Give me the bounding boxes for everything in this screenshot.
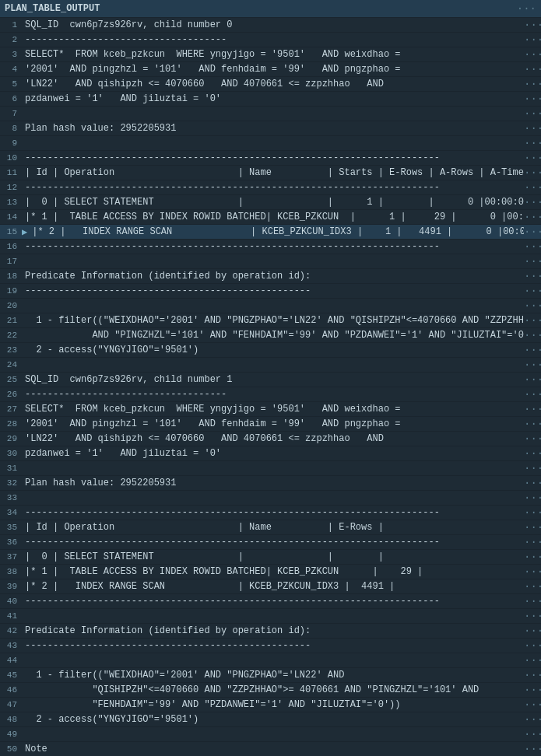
- table-row[interactable]: 46 "QISHIPZH"<=4070660 AND "ZZPZHHAO">= …: [0, 683, 541, 698]
- row-menu-dots[interactable]: ···: [524, 432, 541, 445]
- row-menu-dots[interactable]: ···: [524, 122, 541, 135]
- row-menu-dots[interactable]: ···: [524, 625, 541, 637]
- table-row[interactable]: 26------------------------------------··…: [0, 387, 541, 402]
- row-menu-dots[interactable]: ···: [524, 713, 541, 726]
- row-menu-dots[interactable]: ···: [524, 359, 541, 371]
- row-menu-dots[interactable]: ···: [524, 610, 541, 622]
- table-row[interactable]: 8Plan hash value: 2952205931···: [0, 121, 541, 136]
- table-row[interactable]: 27SELECT* FROM kceb_pzkcun WHERE yngyjig…: [0, 402, 541, 417]
- row-menu-dots[interactable]: ···: [524, 226, 541, 238]
- table-row[interactable]: 36--------------------------------------…: [0, 535, 541, 550]
- table-row[interactable]: 28'2001' AND pingzhzl = '101' AND fenhda…: [0, 417, 541, 432]
- table-row[interactable]: 40--------------------------------------…: [0, 594, 541, 609]
- row-menu-dots[interactable]: ···: [524, 521, 541, 534]
- table-row[interactable]: 20···: [0, 299, 541, 313]
- table-row[interactable]: 13| 0 | SELECT STATEMENT | | 1 | | 0 |00…: [0, 195, 541, 210]
- row-menu-dots[interactable]: ···: [524, 33, 541, 46]
- table-row[interactable]: 30pzdanwei = '1' AND jiluztai = '0'···: [0, 446, 541, 461]
- table-row[interactable]: 1SQL_ID cwn6p7zs926rv, child number 0···: [0, 18, 541, 33]
- row-menu-dots[interactable]: ···: [524, 329, 541, 341]
- table-row[interactable]: 15▶ |* 2 | INDEX RANGE SCAN | KCEB_PZKCU…: [0, 225, 541, 240]
- row-menu-dots[interactable]: ···: [524, 654, 541, 667]
- row-menu-dots[interactable]: ···: [524, 506, 541, 519]
- row-menu-dots[interactable]: ···: [524, 344, 541, 356]
- row-menu-dots[interactable]: ···: [524, 477, 541, 489]
- row-menu-dots[interactable]: ···: [524, 181, 541, 194]
- table-row[interactable]: 33···: [0, 491, 541, 506]
- table-row[interactable]: 38|* 1 | TABLE ACCESS BY INDEX ROWID BAT…: [0, 565, 541, 579]
- row-menu-dots[interactable]: ···: [524, 373, 541, 386]
- table-row[interactable]: 7···: [0, 107, 541, 121]
- row-menu-dots[interactable]: ···: [524, 93, 541, 105]
- row-menu-dots[interactable]: ···: [524, 743, 541, 755]
- table-row[interactable]: 25SQL_ID cwn6p7zs926rv, child number 1··…: [0, 373, 541, 387]
- table-row[interactable]: 5'LN22' AND qishipzh <= 4070660 AND 4070…: [0, 77, 541, 92]
- row-menu-dots[interactable]: ···: [524, 728, 541, 740]
- row-menu-dots[interactable]: ···: [524, 270, 541, 282]
- row-menu-dots[interactable]: ···: [524, 19, 541, 31]
- row-menu-dots[interactable]: ···: [524, 403, 541, 415]
- table-row[interactable]: 43--------------------------------------…: [0, 639, 541, 653]
- table-row[interactable]: 29'LN22' AND qishipzh <= 4070660 AND 407…: [0, 432, 541, 446]
- table-row[interactable]: 17···: [0, 254, 541, 269]
- table-row[interactable]: 45 1 - filter(("WEIXDHAO"='2001' AND "PN…: [0, 668, 541, 683]
- table-row[interactable]: 16--------------------------------------…: [0, 240, 541, 254]
- row-menu-dots[interactable]: ···: [524, 240, 541, 253]
- table-row[interactable]: 21 1 - filter(("WEIXDHAO"='2001' AND "PN…: [0, 313, 541, 328]
- row-menu-dots[interactable]: ···: [524, 492, 541, 504]
- row-menu-dots[interactable]: ···: [524, 698, 541, 711]
- row-menu-dots[interactable]: ···: [524, 565, 541, 578]
- row-menu-dots[interactable]: ···: [524, 314, 541, 327]
- row-menu-dots[interactable]: ···: [524, 639, 541, 652]
- row-menu-dots[interactable]: ···: [524, 299, 541, 312]
- table-row[interactable]: 24···: [0, 358, 541, 373]
- table-row[interactable]: 35| Id | Operation | Name | E-Rows |···: [0, 520, 541, 535]
- row-menu-dots[interactable]: ···: [524, 669, 541, 681]
- table-row[interactable]: 42Predicate Information (identified by o…: [0, 624, 541, 639]
- table-row[interactable]: 41···: [0, 609, 541, 624]
- table-row[interactable]: 3SELECT* FROM kceb_pzkcun WHERE yngyjigo…: [0, 47, 541, 62]
- row-menu-dots[interactable]: ···: [524, 166, 541, 179]
- table-row[interactable]: 19--------------------------------------…: [0, 284, 541, 299]
- row-menu-dots[interactable]: ···: [524, 107, 541, 120]
- row-menu-dots[interactable]: ···: [524, 388, 541, 401]
- table-row[interactable]: 37| 0 | SELECT STATEMENT | | |···: [0, 550, 541, 565]
- row-menu-dots[interactable]: ···: [524, 551, 541, 563]
- table-row[interactable]: 47 "FENHDAIM"='99' AND "PZDANWEI"='1' AN…: [0, 698, 541, 712]
- table-row[interactable]: 6pzdanwei = '1' AND jiluztai = '0'···: [0, 92, 541, 107]
- row-menu-dots[interactable]: ···: [524, 255, 541, 268]
- table-row[interactable]: 14|* 1 | TABLE ACCESS BY INDEX ROWID BAT…: [0, 210, 541, 225]
- row-menu-dots[interactable]: ···: [524, 211, 541, 223]
- table-row[interactable]: 32Plan hash value: 2952205931···: [0, 476, 541, 491]
- table-row[interactable]: 31···: [0, 461, 541, 476]
- table-row[interactable]: 22 AND "PINGZHZL"='101' AND "FENHDAIM"='…: [0, 328, 541, 343]
- table-row[interactable]: 18Predicate Information (identified by o…: [0, 269, 541, 284]
- row-menu-dots[interactable]: ···: [524, 152, 541, 164]
- table-row[interactable]: 12--------------------------------------…: [0, 180, 541, 195]
- row-menu-dots[interactable]: ···: [524, 536, 541, 548]
- table-row[interactable]: 4'2001' AND pingzhzl = '101' AND fenhdai…: [0, 62, 541, 77]
- row-menu-dots[interactable]: ···: [524, 63, 541, 75]
- row-menu-dots[interactable]: ···: [524, 580, 541, 593]
- row-menu-dots[interactable]: ···: [524, 285, 541, 297]
- row-menu-dots[interactable]: ···: [524, 196, 541, 208]
- row-menu-dots[interactable]: ···: [524, 137, 541, 149]
- row-menu-dots[interactable]: ···: [524, 48, 541, 61]
- row-menu-dots[interactable]: ···: [524, 684, 541, 696]
- table-row[interactable]: 11| Id | Operation | Name | Starts | E-R…: [0, 166, 541, 180]
- table-row[interactable]: 9···: [0, 136, 541, 151]
- table-row[interactable]: 10--------------------------------------…: [0, 151, 541, 166]
- row-menu-dots[interactable]: ···: [524, 595, 541, 607]
- row-menu-dots[interactable]: ···: [524, 447, 541, 460]
- row-menu-dots[interactable]: ···: [524, 78, 541, 90]
- table-row[interactable]: 34--------------------------------------…: [0, 506, 541, 520]
- row-menu-dots[interactable]: ···: [524, 462, 541, 474]
- table-row[interactable]: 23 2 - access("YNGYJIGO"='9501')···: [0, 343, 541, 358]
- table-row[interactable]: 49···: [0, 727, 541, 742]
- table-row[interactable]: 48 2 - access("YNGYJIGO"='9501')···: [0, 712, 541, 727]
- table-row[interactable]: 2------------------------------------···: [0, 33, 541, 47]
- table-row[interactable]: 44···: [0, 653, 541, 668]
- row-menu-dots[interactable]: ···: [524, 418, 541, 430]
- table-row[interactable]: 50Note···: [0, 742, 541, 756]
- table-row[interactable]: 39|* 2 | INDEX RANGE SCAN | KCEB_PZKCUN_…: [0, 579, 541, 594]
